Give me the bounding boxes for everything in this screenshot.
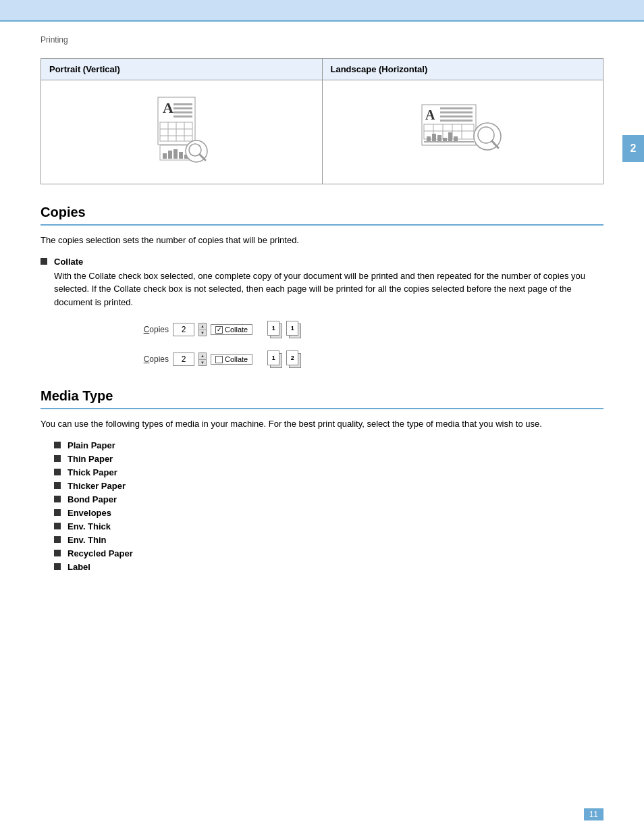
media-item-label: Thick Paper [68, 467, 117, 477]
spinner-down-2[interactable]: ▼ [199, 360, 206, 366]
copies-input-1[interactable]: 2 [173, 323, 194, 336]
landscape-doc-icon: A [419, 99, 506, 163]
copies-label-2: Copies [122, 355, 169, 364]
svg-rect-24 [440, 111, 473, 113]
page-footer: 11 [584, 808, 603, 820]
media-item-label: Label [68, 562, 90, 572]
collate-nonordered-icon: 1 1 2 2 [267, 350, 301, 368]
media-item-label: Thicker Paper [68, 481, 126, 491]
landscape-cell: A [322, 80, 603, 184]
svg-rect-14 [168, 151, 172, 159]
copies-label-1: Copies [122, 325, 169, 334]
media-type-title: Media Type [41, 388, 603, 409]
copies-section: Copies The copies selection sets the num… [41, 205, 603, 368]
svg-rect-16 [179, 152, 183, 159]
checkbox-unchecked-icon[interactable] [215, 356, 223, 363]
bullet-icon [54, 550, 61, 556]
svg-text:A: A [425, 107, 435, 122]
svg-rect-26 [440, 120, 473, 122]
media-list-item: Thick Paper [54, 467, 603, 477]
media-list-item: Bond Paper [54, 494, 603, 504]
spinner-up-2[interactable]: ▲ [199, 353, 206, 360]
svg-rect-34 [427, 136, 431, 141]
media-list-item: Envelopes [54, 508, 603, 518]
collate-description: With the Collate check box selected, one… [54, 269, 603, 309]
media-item-label: Thin Paper [68, 454, 113, 464]
svg-rect-25 [440, 115, 473, 118]
bullet-icon [54, 455, 61, 462]
spinner-up-1[interactable]: ▲ [199, 323, 206, 330]
svg-rect-39 [454, 136, 458, 141]
svg-rect-2 [173, 103, 192, 105]
media-item-label: Env. Thick [68, 521, 111, 531]
copies-spinner-2[interactable]: ▲ ▼ [198, 353, 207, 366]
svg-rect-37 [443, 138, 447, 141]
svg-rect-35 [432, 134, 436, 141]
copies-input-2[interactable]: 2 [173, 353, 194, 366]
collate-ordered-icon: 2 1 2 1 [267, 321, 301, 338]
media-list-item: Label [54, 562, 603, 572]
copies-row-unchecked: Copies 2 ▲ ▼ Collate 1 1 2 [122, 350, 603, 368]
media-item-label: Recycled Paper [68, 548, 133, 558]
bullet-icon [41, 258, 47, 265]
collate-label: Collate [54, 257, 83, 267]
collate-text-2: Collate [225, 355, 248, 363]
spinner-down-1[interactable]: ▼ [199, 330, 206, 336]
breadcrumb: Printing [41, 35, 603, 45]
bullet-icon [54, 469, 61, 475]
bullet-icon [54, 482, 61, 489]
media-list-item: Plain Paper [54, 440, 603, 450]
media-list-item: Env. Thin [54, 535, 603, 545]
collate-text-1: Collate [225, 325, 248, 334]
bullet-icon [54, 509, 61, 516]
svg-text:A: A [163, 99, 173, 116]
svg-rect-13 [163, 153, 167, 159]
checkbox-checked-icon[interactable]: ✓ [215, 326, 223, 334]
bullet-icon [54, 442, 61, 448]
svg-rect-36 [437, 135, 441, 141]
footer-page-number: 11 [584, 808, 603, 820]
orientation-table: Portrait (Vertical) Landscape (Horizonta… [41, 58, 603, 184]
bullet-icon [54, 563, 61, 570]
portrait-doc-icon: A [148, 94, 215, 168]
media-item-label: Env. Thin [68, 535, 107, 545]
media-item-label: Bond Paper [68, 494, 117, 504]
svg-rect-38 [448, 132, 452, 141]
copies-spinner-1[interactable]: ▲ ▼ [198, 323, 207, 336]
svg-rect-15 [173, 149, 178, 159]
svg-rect-23 [440, 107, 473, 109]
chapter-tab: 2 [622, 135, 644, 162]
media-type-description: You can use the following types of media… [41, 417, 603, 431]
collate-checkbox-checked[interactable]: ✓ Collate [211, 324, 252, 335]
collate-checkbox-unchecked[interactable]: Collate [211, 354, 252, 365]
svg-rect-3 [173, 107, 192, 109]
media-item-label: Plain Paper [68, 440, 115, 450]
copies-description: The copies selection sets the number of … [41, 234, 603, 247]
portrait-header: Portrait (Vertical) [41, 59, 323, 80]
media-list: Plain PaperThin PaperThick PaperThicker … [54, 440, 603, 572]
media-list-item: Thin Paper [54, 454, 603, 464]
collate-bullet: Collate [41, 257, 603, 267]
portrait-cell: A [41, 80, 323, 184]
media-item-label: Envelopes [68, 508, 111, 518]
copies-row-checked: Copies 2 ▲ ▼ ✓ Collate 2 1 2 [122, 321, 603, 338]
svg-rect-33 [424, 141, 474, 142]
landscape-header: Landscape (Horizontal) [322, 59, 603, 80]
bullet-icon [54, 523, 61, 529]
media-type-section: Media Type You can use the following typ… [41, 388, 603, 572]
copies-title: Copies [41, 205, 603, 226]
media-list-item: Env. Thick [54, 521, 603, 531]
bullet-icon [54, 496, 61, 502]
top-bar [0, 0, 644, 22]
svg-rect-5 [173, 115, 192, 118]
svg-rect-4 [173, 111, 192, 113]
media-list-item: Thicker Paper [54, 481, 603, 491]
media-list-item: Recycled Paper [54, 548, 603, 558]
copies-mockup: Copies 2 ▲ ▼ ✓ Collate 2 1 2 [122, 321, 603, 368]
bullet-icon [54, 536, 61, 543]
